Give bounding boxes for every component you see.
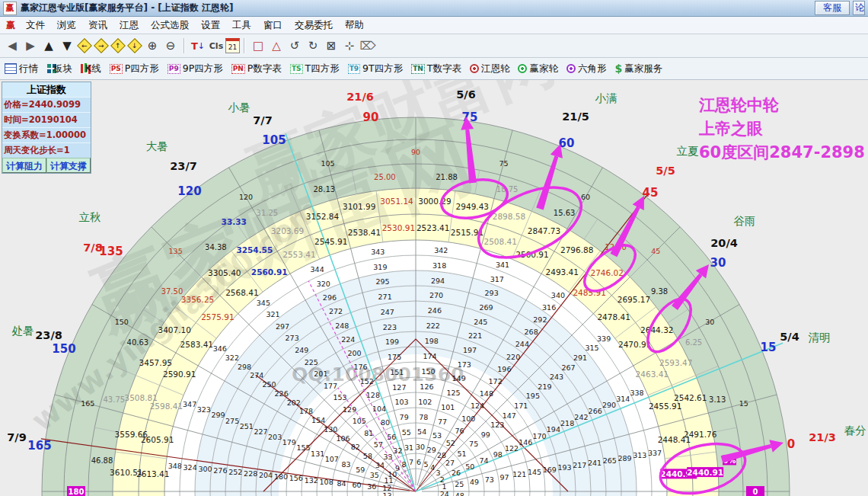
calc-button-计算支撑[interactable]: 计算支撑 xyxy=(46,158,91,173)
spiral-number: 24 xyxy=(440,490,449,496)
spiral-number: 248 xyxy=(335,322,349,330)
annotation-line: 江恩轮中轮 xyxy=(699,94,865,117)
feature-行情[interactable]: 行情 xyxy=(5,62,38,75)
clipped-button[interactable]: 论 xyxy=(853,1,865,15)
diamond-arrow-icon[interactable]: → xyxy=(94,38,109,53)
solar-term-label: 春分 xyxy=(844,424,867,437)
feature-六角形[interactable]: 六角形 xyxy=(566,62,607,75)
tool-icon-2[interactable]: ▲ xyxy=(40,37,57,55)
spiral-number: 59 xyxy=(356,466,365,474)
feature-label: 板块 xyxy=(53,62,72,75)
badge-icon: TN xyxy=(411,64,425,74)
diamond-arrow-icon[interactable]: ↓ xyxy=(127,38,142,53)
symbol-info-panel: 上证指数 价格=2440.9099时间=20190104变换系数=1.00000… xyxy=(2,82,91,174)
spiral-number: 201 xyxy=(314,370,327,378)
spiral-number: 339 xyxy=(597,334,611,343)
price-outer-ring-value: 3101.99 xyxy=(343,202,375,211)
price-inner-ring-value: 2463.41 xyxy=(636,370,669,379)
tool-icon-20[interactable]: ⊹ xyxy=(341,37,358,55)
price-outer-ring-value: 2440.91 xyxy=(687,468,723,477)
feature-label: 六角形 xyxy=(578,62,607,75)
feature-K线[interactable]: K线 xyxy=(81,62,101,75)
feature-P四方形[interactable]: PSP四方形 xyxy=(110,62,159,75)
feature-江恩轮[interactable]: 江恩轮 xyxy=(470,62,510,75)
spiral-number: 220 xyxy=(506,353,520,361)
menu-item-交易委托[interactable]: 交易委托 xyxy=(289,17,339,34)
info-row: 周天变化步长=1 xyxy=(2,142,91,158)
price-inner-ring-value: 2560.91 xyxy=(251,267,288,277)
feature-P数字表[interactable]: PNP数字表 xyxy=(231,62,282,75)
calc-button-计算阻力[interactable]: 计算阻力 xyxy=(2,158,46,173)
feature-赢家服务[interactable]: $赢家服务 xyxy=(614,62,662,75)
outer-degree-label: 30 xyxy=(710,256,726,270)
t-cycle-icon[interactable]: T↓ xyxy=(190,37,206,55)
tool-icon-3[interactable]: ▼ xyxy=(59,37,75,55)
price-inner-ring-value: 2583.41 xyxy=(180,340,213,349)
menu-item-文件[interactable]: 文件 xyxy=(20,17,51,34)
spiral-number: 272 xyxy=(329,307,343,315)
spiral-number: 317 xyxy=(490,275,504,283)
tool-icon-21[interactable]: ⌦ xyxy=(359,37,376,55)
app-window: { "window": {"title": "赢家江恩专业版[赢家服务平台] -… xyxy=(0,0,868,496)
menu-item-浏览[interactable]: 浏览 xyxy=(51,17,82,34)
spiral-number: 268 xyxy=(525,328,538,336)
calendar-icon[interactable]: 21 xyxy=(225,38,240,53)
tool-icon-18[interactable]: ↻ xyxy=(305,37,321,55)
feature-9T四方形[interactable]: T99T四方形 xyxy=(348,62,404,75)
spiral-number: 314 xyxy=(616,395,630,403)
menu-item-资讯[interactable]: 资讯 xyxy=(82,17,113,34)
feature-T数字表[interactable]: TNT数字表 xyxy=(411,62,461,75)
spiral-number: 316 xyxy=(542,303,556,312)
spiral-number: 54 xyxy=(417,427,426,436)
menu-item-帮助[interactable]: 帮助 xyxy=(339,17,370,34)
spiral-number: 266 xyxy=(589,407,602,415)
menu-item-设置[interactable]: 设置 xyxy=(195,17,226,34)
diamond-arrow-icon[interactable]: ↑ xyxy=(110,38,126,53)
tool-icon-19[interactable]: ⊠ xyxy=(323,37,340,55)
diamond-arrow-icon[interactable]: ← xyxy=(77,38,92,53)
solar-term-label: 小暑 xyxy=(228,101,251,114)
tool-icon-15[interactable]: □ xyxy=(250,37,266,55)
degree-ring-value: 120 xyxy=(239,193,253,201)
tool-icon-17[interactable]: ↺ xyxy=(286,37,303,55)
feature-赢家轮[interactable]: 赢家轮 xyxy=(518,62,558,75)
badge-icon: P9 xyxy=(168,64,180,74)
percent-ring-value: 25.00 xyxy=(374,173,396,181)
spiral-number: 123 xyxy=(490,421,504,429)
spiral-number: 8 xyxy=(402,460,407,469)
spiral-number: 124 xyxy=(471,402,484,410)
customer-service-button[interactable]: 客服 xyxy=(815,1,850,15)
calendar-date-label: 5/6 xyxy=(456,88,475,101)
spiral-number: 28 xyxy=(437,451,446,459)
degree-ring-value: 180 xyxy=(69,488,85,496)
percent-ring-value: 40.63 xyxy=(127,338,149,347)
toolbar-separator xyxy=(244,38,245,53)
spiral-number: 108 xyxy=(320,478,333,486)
menu-item-工具[interactable]: 工具 xyxy=(226,17,257,34)
spiral-number: 98 xyxy=(493,450,503,459)
price-inner-ring-value: 2523.41 xyxy=(416,223,449,232)
menu-item-江恩[interactable]: 江恩 xyxy=(113,17,145,34)
spiral-number: 202 xyxy=(287,398,301,407)
spiral-number: 172 xyxy=(489,377,503,386)
menu-item-公式选股[interactable]: 公式选股 xyxy=(145,17,195,34)
feature-T四方形[interactable]: TST四方形 xyxy=(290,62,340,75)
spiral-number: 97 xyxy=(500,473,509,482)
feature-9P四方形[interactable]: P99P四方形 xyxy=(168,62,223,75)
price-outer-ring-value: 2695.17 xyxy=(617,295,650,304)
annotation-line: 60度区间2847-2898 xyxy=(699,141,865,165)
tool-icon-8[interactable]: ⊕ xyxy=(144,37,161,55)
tool-icon-1[interactable]: ▶ xyxy=(22,37,39,55)
feature-label: T四方形 xyxy=(305,62,340,75)
spiral-number: 152 xyxy=(360,377,374,386)
spiral-number: 170 xyxy=(533,432,547,440)
menu-logo-icon: 赢 xyxy=(6,19,15,32)
tool-icon-9[interactable]: ⊖ xyxy=(162,37,179,55)
spiral-number: 78 xyxy=(419,413,428,421)
tool-icon-16[interactable]: △ xyxy=(268,37,285,55)
menu-item-窗口[interactable]: 窗口 xyxy=(257,17,289,34)
feature-板块[interactable]: 板块 xyxy=(46,62,72,75)
tool-icon-0[interactable]: ◀ xyxy=(4,37,21,55)
spiral-number: 151 xyxy=(390,368,404,376)
tool-icon-12[interactable]: Cls xyxy=(208,37,225,55)
